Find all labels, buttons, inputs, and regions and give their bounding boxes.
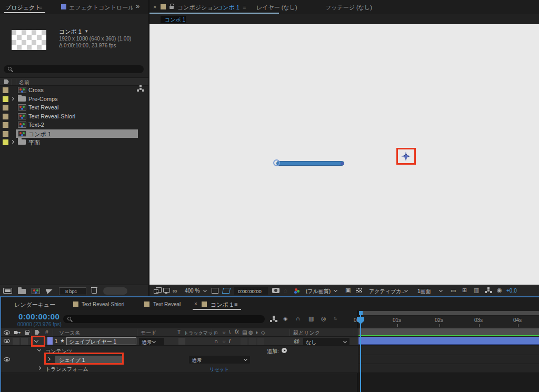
label-color[interactable]	[3, 114, 8, 119]
switch-cell[interactable]	[241, 338, 247, 345]
mini-flowchart-icon[interactable]	[273, 318, 275, 320]
resolution-dropdown[interactable]: (フル画質)	[303, 287, 340, 295]
list-item[interactable]: Text Reveal	[0, 103, 148, 112]
always-preview-icon[interactable]	[154, 289, 158, 294]
label-color[interactable]	[3, 105, 8, 110]
shape-blend-mode-dropdown[interactable]: 通常	[189, 356, 250, 364]
layer-label-color[interactable]	[47, 337, 53, 345]
close-icon[interactable]: ×	[153, 4, 156, 10]
shape-path-bar[interactable]	[276, 161, 344, 166]
shape-visibility-toggle[interactable]	[4, 357, 10, 361]
list-item[interactable]: Text Reveal-Shiori	[0, 112, 148, 120]
layer-row[interactable]: 1 ★ シェイプレイヤー 1 通常 ∩ ☼ / @ なし	[1, 337, 358, 346]
tab-layer[interactable]: レイヤー (なし)	[256, 4, 297, 12]
primary-viewer-icon[interactable]	[163, 288, 170, 293]
tab-composition-prefix[interactable]: コンポジション	[177, 4, 219, 12]
fx-switch-icon[interactable]: fx	[235, 329, 239, 335]
name-column-header[interactable]: 名前	[19, 79, 29, 86]
tab-project[interactable]: プロジェクト	[5, 4, 41, 12]
view-layout-dropdown[interactable]: 1画面	[415, 287, 445, 295]
number-column-header[interactable]: #	[45, 329, 48, 335]
navigator-start-handle[interactable]	[359, 311, 363, 315]
layer-visibility-toggle[interactable]	[4, 339, 10, 343]
expand-icon[interactable]	[11, 140, 14, 144]
track-matte-column-header[interactable]: トラックマット	[184, 330, 217, 337]
target-region-icon[interactable]: ▣	[345, 287, 351, 294]
paper-plane-icon[interactable]	[46, 287, 54, 294]
label-color[interactable]	[3, 96, 8, 102]
switch-cell[interactable]	[257, 338, 264, 345]
tab-text-reveal[interactable]: Text Reveal	[153, 301, 181, 307]
parent-dropdown[interactable]: なし	[303, 338, 350, 345]
collapse-switch-icon[interactable]: ☼	[222, 329, 226, 335]
list-item[interactable]: Cross	[0, 86, 148, 94]
draft-3d-icon[interactable]: ◈	[283, 315, 287, 322]
exposure-reset-icon[interactable]: ◉	[497, 287, 502, 294]
tab-comp1-active[interactable]: コンポ 1	[211, 301, 233, 309]
preview-comp-name[interactable]: コンポ 1	[59, 28, 82, 36]
active-camera-dropdown[interactable]: アクティブカ...	[366, 287, 411, 295]
label-column-icon[interactable]	[35, 330, 39, 335]
tab-text-reveal-shiori[interactable]: Text Reveal-Shiori	[82, 301, 124, 307]
tab-render-queue[interactable]: レンダーキュー	[14, 301, 55, 309]
motion-blur-icon[interactable]: ◎	[321, 315, 326, 322]
tab-footage[interactable]: フッテージ (なし)	[325, 4, 372, 12]
tab-effect-controls[interactable]: エフェクトコントロール シ	[69, 4, 133, 12]
composition-canvas[interactable]	[149, 24, 539, 285]
transparency-checker-icon[interactable]	[356, 288, 362, 293]
label-color[interactable]	[3, 139, 8, 145]
mode-column-header[interactable]: モード	[141, 329, 156, 337]
group-expand-chevron[interactable]	[37, 348, 41, 351]
channel-color-icon[interactable]	[295, 288, 297, 291]
timeline-panel-icon[interactable]: ▥	[474, 287, 479, 294]
solo-column-icon[interactable]: ●	[18, 330, 21, 334]
label-color[interactable]	[3, 131, 8, 137]
list-item[interactable]: 平面	[0, 138, 148, 146]
flowchart-icon[interactable]	[487, 289, 490, 292]
exposure-value[interactable]: +0.0	[506, 288, 517, 294]
cube-3d-switch-icon[interactable]: ◇	[261, 329, 265, 335]
source-name-column-header[interactable]: ソース名	[59, 329, 80, 337]
transform-group-row[interactable]: トランスフォーム リセット	[1, 364, 358, 373]
label-color[interactable]	[3, 122, 8, 128]
pickwhip-icon[interactable]: @	[294, 338, 300, 344]
timeline-search-input[interactable]	[63, 315, 265, 323]
expand-icon[interactable]	[11, 97, 14, 100]
trkmat-t-icon[interactable]: T	[177, 329, 181, 335]
layer-blend-mode-dropdown[interactable]: 通常	[139, 338, 164, 345]
project-search-input[interactable]	[4, 65, 144, 73]
show-snapshot-icon[interactable]: ◌	[284, 287, 287, 295]
audio-cell[interactable]	[13, 338, 19, 345]
layer-duration-bar[interactable]	[358, 337, 539, 345]
trash-icon[interactable]	[92, 288, 97, 294]
current-timecode[interactable]: 0:00:00:00	[18, 312, 59, 321]
lock-icon[interactable]	[169, 6, 174, 9]
group-expand-chevron[interactable]	[37, 366, 41, 370]
track-matte-cell[interactable]	[178, 338, 185, 345]
panel-menu-icon[interactable]: ≡	[234, 301, 237, 307]
add-label[interactable]: 追加:	[267, 348, 279, 355]
frame-blending-icon[interactable]: ▥	[308, 315, 314, 322]
layer-name-field[interactable]: シェイプレイヤー 1	[66, 337, 136, 345]
time-navigator-bar[interactable]	[359, 311, 539, 315]
shy-switch-icon[interactable]: ∩	[214, 329, 218, 335]
quality-switch-icon[interactable]: \	[229, 329, 231, 335]
list-item[interactable]: Text-2	[0, 120, 148, 129]
breadcrumb[interactable]: コンポ 1	[161, 16, 186, 23]
frame-blend-switch-icon[interactable]: ▤	[242, 329, 247, 335]
panel-menu-icon[interactable]: ≡	[39, 4, 42, 10]
lock-column-icon[interactable]	[25, 332, 29, 335]
adjustment-switch-icon[interactable]: ◑	[255, 329, 258, 335]
pixel-aspect-icon[interactable]: ▭	[451, 287, 456, 294]
snapshot-icon[interactable]	[272, 288, 280, 293]
transparency-grid-icon[interactable]	[222, 288, 231, 294]
path-start-vertex[interactable]	[273, 159, 280, 166]
quality-toggle[interactable]: /	[229, 338, 231, 344]
list-item-selected[interactable]: コンポ 1	[0, 129, 148, 138]
close-icon[interactable]: ×	[194, 301, 197, 307]
parent-link-column-header[interactable]: 親とリンク	[293, 329, 320, 337]
magnification-dropdown[interactable]: 400 %	[182, 287, 209, 295]
shy-toggle[interactable]: ∩	[214, 338, 218, 344]
shy-layers-icon[interactable]: ∩	[296, 315, 300, 321]
new-folder-icon[interactable]	[18, 289, 26, 294]
